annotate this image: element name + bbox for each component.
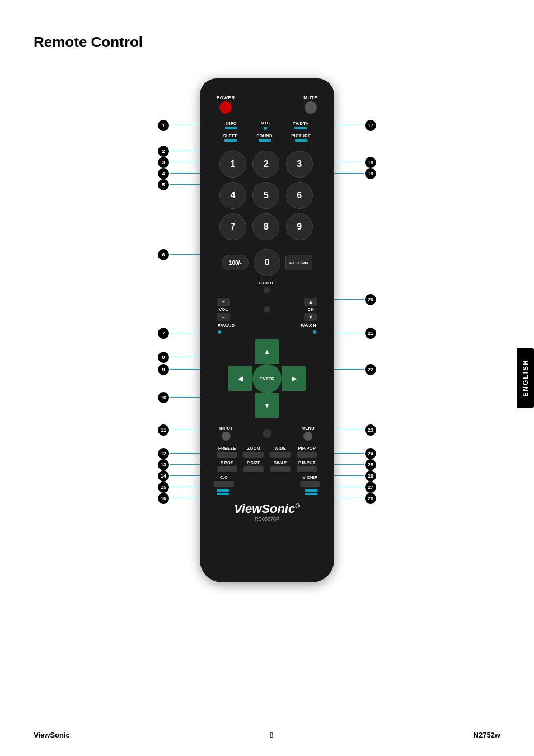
wide-button[interactable] bbox=[270, 452, 291, 458]
cc-button[interactable] bbox=[214, 481, 234, 487]
mute-btn-col[interactable]: MUTE bbox=[303, 95, 317, 116]
guide-section: GUIDE bbox=[211, 281, 323, 296]
pip-pop-button[interactable] bbox=[297, 452, 317, 458]
callout-line-12 bbox=[170, 453, 203, 454]
callout-line-21 bbox=[330, 333, 364, 333]
right-arrow-icon: ▶ bbox=[292, 375, 297, 382]
vol-up-button[interactable]: + bbox=[217, 298, 230, 306]
mts-label: MTS bbox=[260, 120, 270, 125]
callout-3: 3 bbox=[158, 157, 169, 168]
brand-name: ViewSonic® bbox=[211, 502, 323, 516]
return-button[interactable]: RETURN bbox=[285, 255, 312, 270]
guide-label: GUIDE bbox=[211, 281, 323, 286]
num-btn-6[interactable]: 6 bbox=[286, 182, 313, 209]
extra-row-2 bbox=[211, 493, 323, 495]
num-btn-100[interactable]: 100/- bbox=[222, 255, 249, 270]
footer: ViewSonic 8 N2752w bbox=[0, 731, 534, 739]
ch-block: ▲ CH ▼ bbox=[304, 298, 317, 321]
dpad-left-button[interactable]: ◀ bbox=[228, 366, 252, 391]
minus-icon: − bbox=[222, 314, 224, 320]
info-button[interactable] bbox=[225, 127, 237, 129]
dpad-right-button[interactable]: ▶ bbox=[282, 366, 306, 391]
callout-line-10 bbox=[170, 397, 204, 398]
fav-ad-button[interactable] bbox=[218, 330, 221, 334]
callout-14: 14 bbox=[158, 470, 169, 482]
num-btn-5[interactable]: 5 bbox=[252, 182, 279, 209]
cc-row: C.C V-CHIP bbox=[211, 475, 323, 487]
zoom-button[interactable] bbox=[243, 452, 264, 458]
enter-label: ENTER bbox=[259, 376, 274, 381]
extra-btn-right-2[interactable] bbox=[305, 493, 317, 495]
p-pos-button[interactable] bbox=[217, 466, 237, 472]
callout-20: 20 bbox=[365, 294, 376, 305]
num-btn-0[interactable]: 0 bbox=[254, 249, 280, 276]
p-size-button[interactable] bbox=[243, 466, 264, 472]
mute-button[interactable] bbox=[305, 101, 317, 114]
num-btn-1[interactable]: 1 bbox=[219, 151, 246, 178]
callout-line-7 bbox=[170, 333, 204, 333]
sleep-button[interactable] bbox=[224, 139, 237, 142]
menu-button[interactable] bbox=[303, 432, 312, 441]
callout-line-5 bbox=[170, 184, 202, 185]
num-btn-3[interactable]: 3 bbox=[286, 151, 313, 178]
wide-col: WIDE bbox=[270, 446, 291, 458]
callout-1: 1 bbox=[158, 120, 169, 131]
picture-label: PICTURE bbox=[291, 133, 311, 138]
num-btn-2[interactable]: 2 bbox=[252, 151, 279, 178]
brand-text: ViewSonic bbox=[234, 502, 295, 516]
ch-down-button[interactable]: ▼ bbox=[304, 313, 317, 321]
mts-button[interactable] bbox=[264, 127, 267, 130]
picture-col: PICTURE bbox=[291, 133, 311, 142]
num-btn-8[interactable]: 8 bbox=[252, 213, 279, 240]
extra-btn-left-2[interactable] bbox=[217, 493, 229, 495]
picture-button[interactable] bbox=[295, 139, 307, 142]
callout-line-14 bbox=[170, 475, 201, 476]
sound-label: SOUND bbox=[256, 133, 273, 138]
callout-line-17 bbox=[330, 125, 364, 125]
callout-2: 2 bbox=[158, 146, 169, 157]
input-button[interactable] bbox=[222, 432, 231, 441]
p-input-button[interactable] bbox=[297, 466, 317, 472]
vol-block: + VOL − bbox=[217, 298, 230, 321]
callout-10: 10 bbox=[158, 392, 169, 403]
dpad: ▲ ▼ ◀ ▶ ENTER bbox=[228, 339, 306, 418]
tv-dtv-button[interactable] bbox=[294, 127, 307, 129]
left-arrow-icon: ◀ bbox=[238, 375, 243, 382]
extra-btn-right-1[interactable] bbox=[305, 489, 317, 492]
power-label: POWER bbox=[217, 95, 235, 100]
callout-17: 17 bbox=[365, 120, 376, 131]
freeze-button[interactable] bbox=[217, 452, 237, 458]
extra-btn-left-1[interactable] bbox=[217, 489, 229, 492]
swap-button[interactable] bbox=[270, 466, 291, 472]
guide-button[interactable] bbox=[264, 287, 270, 293]
model-number: RC00070P bbox=[211, 516, 323, 522]
tv-dtv-label: TV/DTV bbox=[293, 121, 308, 126]
callout-line-6 bbox=[170, 254, 200, 255]
callout-12: 12 bbox=[158, 448, 169, 459]
freeze-row: FREEZE ZOOM WIDE PIP/POP bbox=[211, 446, 323, 458]
num-btn-4[interactable]: 4 bbox=[219, 182, 246, 209]
down-icon: ▼ bbox=[308, 314, 313, 320]
callout-16: 16 bbox=[158, 493, 169, 504]
callout-line-24 bbox=[332, 453, 364, 454]
callout-line-20 bbox=[331, 299, 364, 300]
ch-up-button[interactable]: ▲ bbox=[304, 298, 317, 306]
extra-row-1 bbox=[211, 489, 323, 492]
num-btn-9[interactable]: 9 bbox=[286, 213, 313, 240]
power-btn-col[interactable]: POWER bbox=[217, 95, 235, 116]
v-chip-button[interactable] bbox=[300, 481, 320, 487]
callout-line-8 bbox=[170, 357, 203, 357]
num-btn-7[interactable]: 7 bbox=[219, 213, 246, 240]
sound-button[interactable] bbox=[259, 139, 271, 142]
fav-ch-button[interactable] bbox=[313, 330, 316, 334]
dpad-up-button[interactable]: ▲ bbox=[255, 339, 279, 364]
enter-button[interactable]: ENTER bbox=[252, 364, 282, 393]
input-col: INPUT bbox=[219, 426, 233, 441]
vol-down-button[interactable]: − bbox=[217, 313, 230, 321]
tv-dtv-col: TV/DTV bbox=[293, 121, 308, 129]
dpad-corner-tl bbox=[228, 339, 252, 364]
v-chip-label: V-CHIP bbox=[303, 475, 318, 480]
dpad-down-button[interactable]: ▼ bbox=[255, 393, 279, 418]
power-button[interactable] bbox=[219, 101, 232, 114]
swap-label: SWAP bbox=[274, 460, 287, 465]
